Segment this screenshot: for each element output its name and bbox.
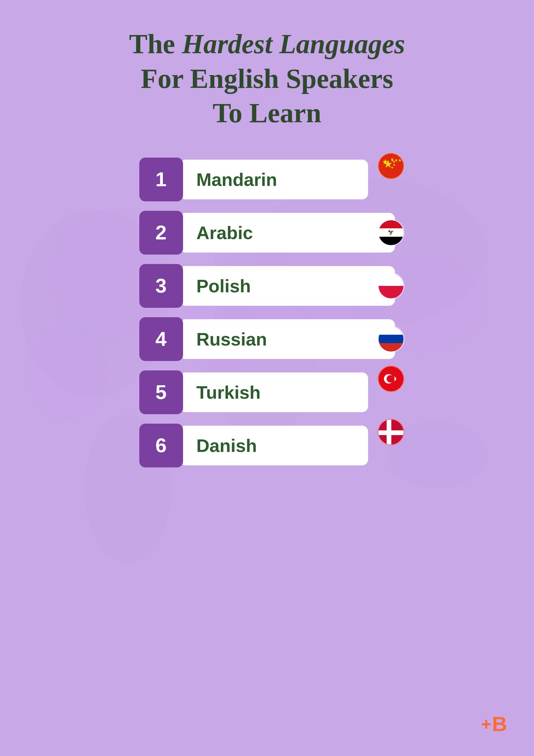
list-item: 6 Danish [139,424,395,467]
page-title: The Hardest Languages For English Speake… [129,27,405,131]
list-item: 3 Polish [139,264,395,308]
list-item: 5 Turkish [139,370,395,414]
flag-turkey [378,365,404,392]
rank-number-3: 3 [155,274,167,297]
language-box-6: Danish [180,426,368,465]
brand-logo: + B [481,712,507,736]
flag-poland [378,272,404,299]
rank-box-6: 6 [139,424,183,467]
svg-rect-23 [387,420,390,445]
language-box-4: Russian [180,319,395,359]
rank-number-1: 1 [155,168,167,191]
rank-box-2: 2 [139,211,183,255]
svg-text:★: ★ [382,158,389,166]
list-item: 2 Arabic 🦅 [139,211,395,255]
svg-text:★: ★ [391,166,394,169]
language-box-1: Mandarin [180,160,368,199]
language-name-3: Polish [197,275,251,296]
rank-number-6: 6 [155,434,167,457]
flag-russia [378,326,404,353]
svg-rect-22 [379,420,403,445]
rank-box-1: 1 [139,158,183,201]
svg-text:★: ★ [391,157,394,161]
brand-plus-icon: + [481,714,491,734]
rank-box-4: 4 [139,317,183,361]
title-section: The Hardest Languages For English Speake… [129,27,405,131]
rank-number-5: 5 [155,381,167,404]
rank-box-5: 5 [139,370,183,414]
rank-number-4: 4 [155,327,167,351]
svg-rect-24 [379,430,403,434]
language-box-5: Turkish [180,372,368,412]
title-italic: Hardest Languages [182,29,405,59]
svg-point-20 [387,375,394,383]
rank-box-3: 3 [139,264,183,308]
flag-china: ★ ★ ★ ★ ★ [378,153,404,179]
language-name-1: Mandarin [197,169,277,190]
rank-number-2: 2 [155,221,167,244]
language-list: 1 Mandarin ★ ★ ★ ★ ★ 2 Ar [139,158,395,467]
brand-b-icon: B [492,712,507,736]
language-name-5: Turkish [197,382,261,403]
flag-denmark [378,419,404,446]
main-content: The Hardest Languages For English Speake… [0,0,534,467]
language-box-3: Polish [180,266,395,306]
language-name-6: Danish [197,435,257,456]
list-item: 1 Mandarin ★ ★ ★ ★ ★ [139,158,395,201]
language-name-4: Russian [197,329,267,350]
language-box-2: Arabic [180,213,395,253]
list-item: 4 Russian [139,317,395,361]
flag-egypt: 🦅 [378,219,404,246]
language-name-2: Arabic [197,222,253,243]
